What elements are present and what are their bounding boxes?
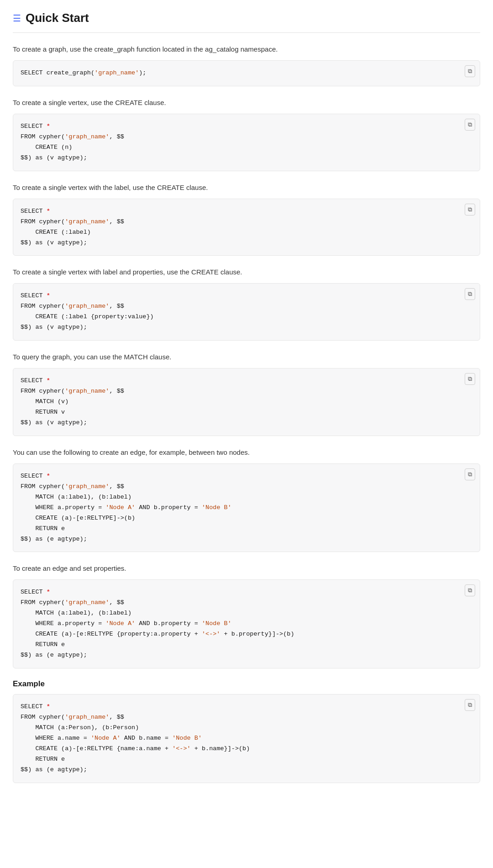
copy-button-create-graph[interactable]: ⧉ <box>465 65 475 77</box>
code-block-create-graph: ⧉SELECT create_graph('graph_name'); <box>13 60 480 86</box>
copy-button-query-match[interactable]: ⧉ <box>465 373 475 385</box>
copy-icon: ⧉ <box>468 375 472 383</box>
page-header: ☰ Quick Start <box>13 11 480 33</box>
code-pre-create-graph: SELECT create_graph('graph_name'); <box>21 68 458 79</box>
section-create-vertex: To create a single vertex, use the CREAT… <box>13 97 480 171</box>
code-block-create-vertex: ⧉SELECT * FROM cypher('graph_name', $$ C… <box>13 114 480 171</box>
code-block-create-edge: ⧉SELECT * FROM cypher('graph_name', $$ M… <box>13 463 480 552</box>
example-code: SELECT * FROM cypher('graph_name', $$ MA… <box>21 702 458 775</box>
code-block-query-match: ⧉SELECT * FROM cypher('graph_name', $$ M… <box>13 368 480 436</box>
copy-icon: ⧉ <box>468 471 472 478</box>
section-description-create-edge-props: To create an edge and set properties. <box>13 563 480 574</box>
section-description-create-vertex-label: To create a single vertex with the label… <box>13 182 480 193</box>
code-pre-create-vertex-label-props: SELECT * FROM cypher('graph_name', $$ CR… <box>21 291 458 333</box>
code-block-create-vertex-label: ⧉SELECT * FROM cypher('graph_name', $$ C… <box>13 199 480 256</box>
example-heading: Example <box>13 679 480 689</box>
copy-icon: ⧉ <box>468 121 472 128</box>
section-create-vertex-label-props: To create a single vertex with label and… <box>13 267 480 341</box>
section-description-create-vertex: To create a single vertex, use the CREAT… <box>13 97 480 108</box>
copy-icon: ⧉ <box>468 701 472 709</box>
code-pre-create-edge: SELECT * FROM cypher('graph_name', $$ MA… <box>21 471 458 545</box>
page-title: Quick Start <box>26 11 89 25</box>
copy-example-button[interactable]: ⧉ <box>465 699 475 711</box>
section-description-create-vertex-label-props: To create a single vertex with label and… <box>13 267 480 278</box>
example-section: Example ⧉ SELECT * FROM cypher('graph_na… <box>13 679 480 783</box>
section-create-edge: You can use the following to create an e… <box>13 447 480 552</box>
copy-button-create-edge-props[interactable]: ⧉ <box>465 584 475 596</box>
copy-button-create-vertex-label[interactable]: ⧉ <box>465 204 475 216</box>
copy-icon: ⧉ <box>468 587 472 594</box>
section-create-vertex-label: To create a single vertex with the label… <box>13 182 480 256</box>
code-pre-create-vertex: SELECT * FROM cypher('graph_name', $$ CR… <box>21 121 458 163</box>
code-pre-create-vertex-label: SELECT * FROM cypher('graph_name', $$ CR… <box>21 206 458 248</box>
header-icon: ☰ <box>13 13 21 24</box>
section-description-create-edge: You can use the following to create an e… <box>13 447 480 458</box>
section-description-query-match: To query the graph, you can use the MATC… <box>13 352 480 363</box>
section-create-edge-props: To create an edge and set properties.⧉SE… <box>13 563 480 668</box>
copy-button-create-vertex[interactable]: ⧉ <box>465 119 475 131</box>
section-description-create-graph: To create a graph, use the create_graph … <box>13 44 480 55</box>
code-pre-create-edge-props: SELECT * FROM cypher('graph_name', $$ MA… <box>21 587 458 661</box>
example-code-block: ⧉ SELECT * FROM cypher('graph_name', $$ … <box>13 694 480 783</box>
section-create-graph: To create a graph, use the create_graph … <box>13 44 480 86</box>
section-query-match: To query the graph, you can use the MATC… <box>13 352 480 436</box>
code-block-create-vertex-label-props: ⧉SELECT * FROM cypher('graph_name', $$ C… <box>13 283 480 341</box>
copy-icon: ⧉ <box>468 206 472 213</box>
code-block-create-edge-props: ⧉SELECT * FROM cypher('graph_name', $$ M… <box>13 579 480 668</box>
copy-button-create-vertex-label-props[interactable]: ⧉ <box>465 288 475 300</box>
copy-icon: ⧉ <box>468 68 472 75</box>
copy-button-create-edge[interactable]: ⧉ <box>465 468 475 480</box>
copy-icon: ⧉ <box>468 290 472 298</box>
code-pre-query-match: SELECT * FROM cypher('graph_name', $$ MA… <box>21 376 458 428</box>
